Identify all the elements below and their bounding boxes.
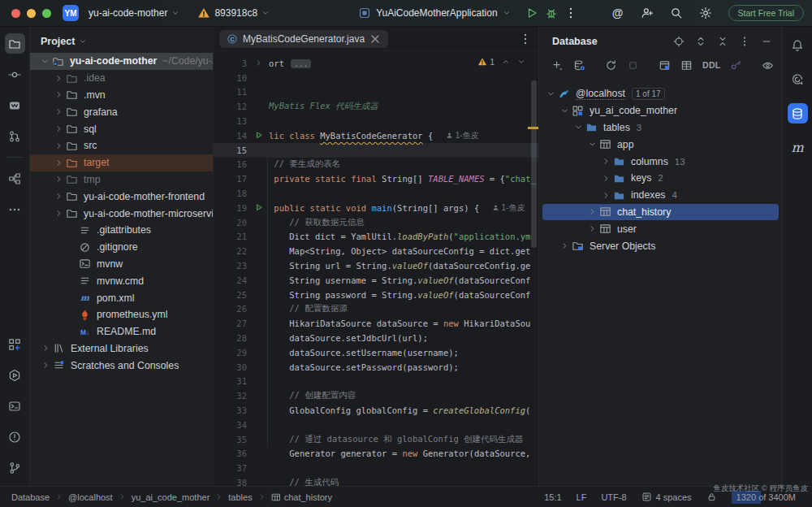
database-tree-item-yu-ai-code-mother[interactable]: yu_ai_code_mother [539, 102, 782, 119]
project-tree-item-gitignore[interactable]: .gitignore [30, 239, 213, 256]
database-tree-item-chat-history[interactable]: chat_history [542, 204, 779, 221]
code-line-19[interactable]: 19 public static void main(String[] args… [214, 201, 538, 215]
vcs-widget[interactable]: 893918c8 [197, 6, 270, 20]
project-tree-item-tmp[interactable]: tmp [30, 171, 213, 188]
chevron-down-icon[interactable] [38, 54, 51, 67]
code-line-29[interactable]: 29 dataSource.setUsername(username); [214, 345, 538, 360]
expand-all-button[interactable] [695, 36, 706, 47]
next-problem-icon[interactable] [517, 58, 525, 66]
database-tree-item-columns[interactable]: columns13 [539, 153, 782, 170]
database-tree-item-localhost[interactable]: @localhost1 of 17 [539, 85, 782, 102]
plus-button[interactable] [551, 59, 564, 72]
code-line-38[interactable]: 38 // 生成代码 [214, 475, 538, 486]
run-line-button[interactable] [251, 203, 266, 212]
database-tree-item-tables[interactable]: tables3 [539, 119, 782, 136]
ai-assistant-button[interactable]: @ [608, 3, 628, 23]
code-line-32[interactable]: 32 // 创建配置内容 [214, 388, 538, 403]
code-line-23[interactable]: 23 String url = String.valueOf(dataSourc… [214, 258, 538, 273]
maximize-window-button[interactable] [42, 9, 51, 18]
code-line-14[interactable]: 14lic class MyBatisCodeGenerator { 1-鱼皮 [214, 128, 538, 143]
services-tool-button[interactable] [5, 334, 25, 354]
code-line-34[interactable]: 34 [214, 418, 538, 432]
run-button[interactable] [522, 3, 542, 23]
key-button[interactable] [730, 59, 742, 72]
code-line-11[interactable]: 11 [214, 85, 538, 100]
collapse-all-button[interactable] [717, 36, 728, 47]
run-tool-button[interactable] [5, 365, 25, 385]
breadcrumb-database[interactable]: Database [11, 492, 50, 502]
chevron-down-icon[interactable] [558, 104, 571, 117]
grid-button[interactable] [680, 59, 693, 72]
code-editor[interactable]: 3ort ...101112MyBatis Flex 代码生成器1314lic … [214, 51, 538, 486]
pull-requests-tool-button[interactable] [5, 126, 25, 146]
structure-tool-button[interactable] [5, 168, 25, 188]
author-inlay-hint[interactable]: 1-鱼皮 [492, 202, 525, 214]
inspection-widget[interactable]: 1 [477, 57, 525, 67]
more-run-actions-button[interactable] [561, 3, 581, 23]
ddl-button[interactable]: DDL [702, 60, 720, 70]
minimize-window-button[interactable] [27, 9, 36, 18]
commit-tool-button[interactable] [5, 64, 25, 84]
code-line-36[interactable]: 36 Generator generator = new Generator(d… [214, 447, 538, 462]
version-control-tool-button[interactable] [5, 457, 25, 478]
code-line-26[interactable]: 26 // 配置数据源 [214, 302, 538, 317]
run-configuration-widget[interactable]: YuAiCodeMotherApplication [358, 6, 510, 20]
more-tool-button[interactable] [5, 199, 25, 219]
code-line-31[interactable]: 31 [214, 375, 538, 389]
kebab-button[interactable] [739, 36, 750, 47]
status-utf-8[interactable]: UTF-8 [601, 492, 626, 502]
chevron-right-icon[interactable] [52, 156, 65, 169]
project-tree-item-prometheus-yml[interactable]: prometheus.yml [30, 306, 213, 323]
project-tree-item-idea[interactable]: .idea [30, 70, 213, 87]
project-tree-item-grafana[interactable]: grafana [30, 103, 213, 120]
code-line-15[interactable]: 15 [214, 143, 538, 158]
run-line-button[interactable] [251, 131, 266, 140]
code-line-27[interactable]: 27 HikariDataSource dataSource = new Hik… [214, 316, 538, 331]
project-tree-item-mvn[interactable]: .mvn [30, 87, 213, 104]
chevron-right-icon[interactable] [585, 206, 598, 219]
notifications-tool-button[interactable] [788, 35, 808, 55]
chevron-right-icon[interactable] [599, 155, 612, 168]
database-tree-item-indexes[interactable]: indexes4 [539, 187, 782, 204]
status-1320-of-3400m[interactable]: 1320 of 3400M [732, 491, 801, 504]
status-15-1[interactable]: 15:1 [544, 492, 561, 502]
fold-toggle[interactable] [251, 58, 266, 67]
chevron-right-icon[interactable] [52, 207, 65, 220]
chevron-down-icon[interactable] [585, 138, 598, 151]
preview-tool-button[interactable] [5, 95, 25, 115]
code-line-21[interactable]: 21 Dict dict = YamlUtil.loadByPath("appl… [214, 230, 538, 245]
chevron-right-icon[interactable] [52, 72, 65, 84]
breadcrumb-chat-history[interactable]: chat_history [271, 492, 332, 502]
author-inlay-hint[interactable]: 1-鱼皮 [446, 130, 479, 141]
breadcrumb-yu-ai-code-mother[interactable]: yu_ai_code_mother [132, 492, 210, 502]
chevron-down-icon[interactable] [572, 121, 585, 134]
project-tree-item-mvnw[interactable]: mvnw [30, 256, 213, 273]
database-tool-button[interactable] [788, 103, 808, 124]
tab-options-kebab-icon[interactable] [519, 32, 532, 46]
code-line-20[interactable]: 20 // 获取数据元信息 [214, 215, 538, 230]
project-tree-item-yu-ai-code-mother-frontend[interactable]: yu-ai-code-mother-frontend [30, 188, 213, 205]
chevron-right-icon[interactable] [585, 223, 598, 236]
chevron-right-icon[interactable] [52, 89, 65, 102]
chevron-right-icon[interactable] [558, 240, 571, 253]
chevron-down-icon[interactable] [544, 87, 557, 100]
chevron-right-icon[interactable] [52, 173, 65, 186]
code-line-18[interactable]: 18 [214, 186, 538, 201]
code-line-10[interactable]: 10 [214, 71, 538, 85]
code-with-me-button[interactable] [637, 3, 657, 23]
code-line-35[interactable]: 35 // 通过 datasource 和 globalConfig 创建代码生… [214, 432, 538, 447]
problems-tool-button[interactable] [5, 427, 25, 447]
search-everywhere-button[interactable] [667, 3, 686, 23]
breadcrumb-localhost[interactable]: @localhost [68, 492, 113, 502]
start-free-trial-button[interactable]: Start Free Trial [728, 5, 804, 21]
project-panel-header[interactable]: Project [30, 27, 213, 53]
close-icon[interactable] [369, 33, 381, 45]
chevron-right-icon[interactable] [52, 106, 65, 119]
locate-button[interactable] [673, 36, 685, 47]
code-line-12[interactable]: 12MyBatis Flex 代码生成器 [214, 99, 538, 114]
project-tree-item-yu-ai-code-mother-microservice[interactable]: yu-ai-code-mother-microservice [30, 205, 213, 222]
datasource-props-button[interactable] [573, 59, 585, 72]
editor-scrollbar[interactable] [531, 80, 537, 248]
status-4-spaces[interactable]: 4 spaces [641, 492, 692, 502]
project-tool-button[interactable] [5, 33, 25, 54]
